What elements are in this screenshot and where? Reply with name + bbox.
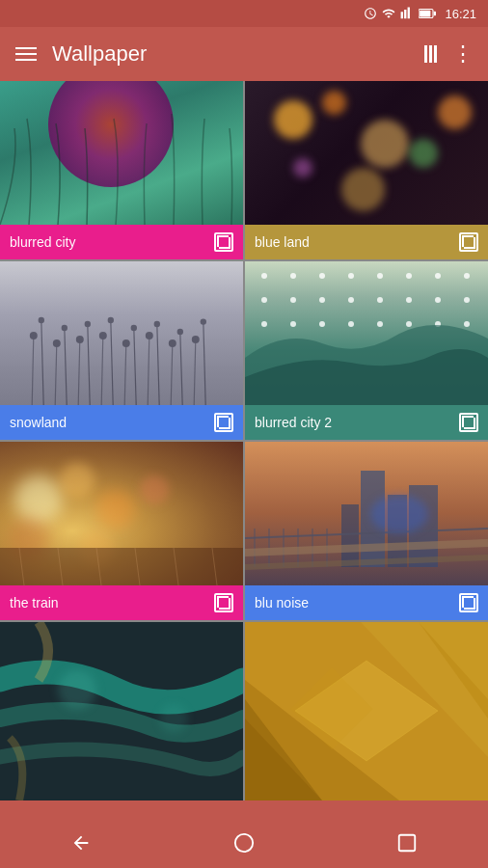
wallpaper-item-blu-noise[interactable]: blu noise [245, 442, 488, 620]
navigation-bar [0, 818, 488, 868]
fullscreen-icon-blu-noise [459, 593, 478, 612]
svg-point-48 [406, 297, 412, 303]
home-button[interactable] [220, 824, 268, 862]
svg-point-56 [406, 321, 412, 327]
svg-point-29 [146, 332, 153, 339]
wallpaper-label-the-train: the train [10, 595, 59, 610]
svg-point-21 [53, 339, 61, 347]
more-options-button[interactable]: ⋮ [452, 41, 473, 67]
svg-point-44 [290, 297, 296, 303]
svg-rect-76 [341, 504, 359, 567]
wifi-icon [382, 7, 395, 20]
svg-line-9 [101, 336, 103, 405]
svg-point-59 [14, 475, 63, 524]
svg-point-36 [290, 273, 296, 279]
svg-point-20 [39, 317, 44, 323]
back-button[interactable] [57, 824, 105, 862]
svg-point-55 [377, 321, 383, 327]
svg-point-43 [261, 297, 267, 303]
grid-view-button[interactable] [424, 45, 437, 63]
status-bar: 16:21 [0, 0, 488, 27]
svg-point-23 [76, 336, 84, 343]
svg-rect-98 [398, 835, 415, 852]
svg-line-17 [194, 339, 196, 405]
svg-line-3 [32, 336, 34, 405]
svg-point-45 [319, 297, 325, 303]
svg-point-40 [406, 273, 412, 279]
wallpaper-label-blue-land: blue land [255, 234, 310, 250]
svg-point-26 [108, 317, 114, 323]
svg-point-50 [464, 297, 470, 303]
svg-point-32 [177, 329, 183, 335]
fullscreen-icon-blurred-city [214, 232, 233, 252]
svg-line-14 [157, 324, 159, 405]
svg-point-53 [319, 321, 325, 327]
signal-icon [400, 7, 414, 20]
svg-rect-1 [420, 11, 431, 17]
svg-point-42 [464, 273, 470, 279]
wallpaper-label-blu-noise: blu noise [255, 595, 309, 610]
svg-point-58 [464, 321, 470, 327]
svg-line-7 [78, 339, 80, 405]
svg-point-25 [99, 332, 107, 339]
alarm-icon [364, 7, 377, 20]
fullscreen-icon-snowland [214, 413, 233, 432]
svg-point-28 [131, 325, 137, 331]
svg-point-30 [154, 321, 160, 327]
hamburger-menu-button[interactable] [15, 47, 37, 61]
wallpaper-item-abstract-1[interactable] [0, 622, 243, 800]
fullscreen-icon-blue-land [459, 232, 478, 252]
svg-rect-2 [434, 12, 436, 16]
svg-rect-65 [0, 548, 243, 585]
app-title: Wallpaper [52, 41, 409, 67]
wallpaper-item-blurred-city-2[interactable]: blurred city 2 [245, 261, 488, 440]
svg-line-4 [41, 320, 43, 405]
svg-point-97 [235, 834, 253, 852]
svg-point-22 [62, 325, 68, 331]
wallpaper-item-the-train[interactable]: the train [0, 442, 243, 620]
svg-point-37 [319, 273, 325, 279]
wallpaper-item-blue-land[interactable]: blue land [245, 81, 488, 259]
svg-point-86 [58, 670, 96, 709]
wallpaper-label-blurred-city: blurred city [10, 234, 75, 250]
wallpaper-item-blurred-city[interactable]: blurred city [0, 81, 243, 259]
svg-line-18 [203, 322, 205, 405]
svg-point-41 [435, 273, 441, 279]
svg-point-34 [201, 318, 206, 324]
svg-point-52 [290, 321, 296, 327]
battery-icon [419, 8, 436, 19]
status-icons: 16:21 [364, 7, 476, 21]
svg-line-5 [55, 343, 57, 405]
wallpaper-item-snowland[interactable]: snowland [0, 261, 243, 440]
toolbar-actions: ⋮ [424, 41, 473, 67]
svg-line-10 [111, 320, 113, 405]
svg-point-61 [96, 490, 135, 529]
svg-point-46 [348, 297, 354, 303]
svg-point-62 [140, 475, 169, 504]
svg-point-51 [261, 321, 267, 327]
svg-line-6 [65, 328, 67, 405]
svg-point-87 [159, 704, 188, 733]
svg-line-11 [124, 343, 126, 405]
wallpaper-grid: blurred city blue land [0, 81, 488, 800]
svg-point-33 [192, 336, 200, 343]
wallpaper-item-abstract-2[interactable] [245, 622, 488, 800]
svg-point-19 [30, 332, 38, 339]
svg-point-35 [261, 273, 267, 279]
wallpaper-label-snowland: snowland [10, 415, 67, 430]
svg-point-54 [348, 321, 354, 327]
recents-button[interactable] [383, 824, 431, 862]
svg-point-84 [370, 495, 428, 533]
app-bar: Wallpaper ⋮ [0, 27, 488, 81]
svg-line-12 [134, 328, 136, 405]
svg-line-13 [148, 336, 149, 405]
svg-point-27 [122, 339, 130, 347]
svg-point-31 [169, 339, 176, 347]
svg-point-24 [85, 321, 91, 327]
svg-point-60 [60, 463, 95, 498]
fullscreen-icon-blurred-city-2 [459, 413, 478, 432]
svg-point-39 [377, 273, 383, 279]
svg-point-38 [348, 273, 354, 279]
svg-point-47 [377, 297, 383, 303]
status-time: 16:21 [445, 7, 476, 21]
